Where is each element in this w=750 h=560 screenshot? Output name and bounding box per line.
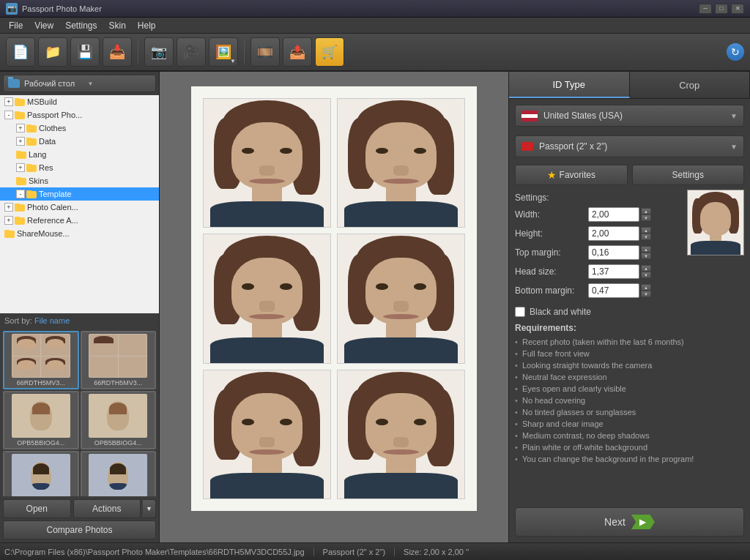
- head-size-label: Head size:: [515, 266, 588, 277]
- tree-expand-passport[interactable]: -: [4, 111, 13, 119]
- tree-expand-res[interactable]: +: [16, 163, 25, 172]
- passport-photo-4: [203, 370, 331, 499]
- tree-expand-data[interactable]: +: [16, 137, 25, 146]
- thumbnail-item-3[interactable]: OPB5BBIOG4...: [81, 391, 157, 449]
- actions-arrow-button[interactable]: ▼: [143, 499, 156, 518]
- tree-expand-msbuild[interactable]: +: [4, 97, 13, 106]
- camera-button[interactable]: 📷: [144, 37, 174, 67]
- tree-item-reference[interactable]: + Reference A...: [0, 214, 159, 227]
- folder-dropdown-arrow: ▼: [88, 81, 152, 87]
- tree-item-sharemouse[interactable]: ShareMouse...: [0, 227, 159, 240]
- requirements-title: Requirements:: [515, 323, 744, 333]
- tree-item-msbuild[interactable]: + MSBuild: [0, 95, 159, 108]
- tree-item-clothes[interactable]: + Clothes: [0, 122, 159, 135]
- tree-item-photocal[interactable]: + Photo Calen...: [0, 201, 159, 214]
- preview-background: [688, 190, 743, 255]
- thumbnail-item-0[interactable]: 66RDTH5MV3...: [3, 331, 79, 389]
- thumbnail-item-1[interactable]: 66RDTH5MV3...: [81, 331, 157, 389]
- tree-label-res: Res: [39, 163, 53, 172]
- bottom-margin-up[interactable]: ▲: [641, 284, 651, 291]
- width-down[interactable]: ▼: [641, 214, 651, 221]
- top-margin-row: Top margin: ▲ ▼: [515, 244, 675, 261]
- refresh-button[interactable]: ↻: [727, 43, 744, 61]
- tree-item-templates[interactable]: - Template: [0, 187, 159, 201]
- thumbnail-item-5[interactable]: PA36TOTT3N...: [81, 451, 157, 496]
- bottom-margin-input[interactable]: [588, 283, 639, 298]
- country-selector[interactable]: United States (USA) ▼: [515, 105, 744, 127]
- tree-expand-photocal[interactable]: +: [4, 203, 13, 212]
- thumbnail-label-2: OPB5BBIOG4...: [6, 439, 76, 447]
- tree-expand-reference[interactable]: +: [4, 216, 13, 225]
- tree-label-data: Data: [39, 137, 56, 146]
- tree-expand-templates[interactable]: -: [16, 190, 25, 198]
- req-item-0: Recent photo (taken within the last 6 mo…: [515, 336, 744, 348]
- tree-item-lang[interactable]: Lang: [0, 148, 159, 161]
- head-size-up[interactable]: ▲: [641, 265, 651, 272]
- height-up[interactable]: ▲: [641, 227, 651, 234]
- menu-help[interactable]: Help: [132, 19, 162, 32]
- tree-item-skins[interactable]: Skins: [0, 174, 159, 187]
- head-size-down[interactable]: ▼: [641, 272, 651, 278]
- width-up[interactable]: ▲: [641, 208, 651, 214]
- minimize-button[interactable]: ─: [699, 4, 712, 14]
- tree-item-passport[interactable]: - Passport Pho...: [0, 108, 159, 122]
- folder-dropdown[interactable]: Рабочий стол ▼: [3, 75, 156, 92]
- restore-button[interactable]: □: [715, 4, 728, 14]
- video-button[interactable]: 🎥: [177, 37, 206, 67]
- window-controls: ─ □ ✕: [699, 4, 744, 14]
- top-margin-up[interactable]: ▲: [641, 246, 651, 253]
- thumbnail-image-0: [12, 334, 70, 378]
- export-button[interactable]: 📤: [283, 37, 312, 67]
- requirements-list: Recent photo (taken within the last 6 mo…: [515, 336, 744, 465]
- close-button[interactable]: ✕: [731, 4, 744, 14]
- import-button[interactable]: 📥: [103, 37, 132, 67]
- menu-settings[interactable]: Settings: [59, 19, 103, 32]
- open-button[interactable]: Open: [3, 499, 71, 518]
- passport-photo-0: [203, 98, 331, 228]
- menu-skin[interactable]: Skin: [103, 19, 132, 32]
- save-button[interactable]: 💾: [70, 37, 100, 67]
- height-down[interactable]: ▼: [641, 234, 651, 240]
- folder-icon-templates: [26, 190, 37, 198]
- top-margin-input[interactable]: [588, 245, 639, 260]
- req-item-7: Sharp and clear image: [515, 418, 744, 430]
- next-button[interactable]: Next ▶: [515, 507, 744, 537]
- order-button[interactable]: 🛒: [315, 37, 344, 67]
- tree-label-msbuild: MSBuild: [27, 97, 57, 106]
- compare-photos-button[interactable]: Compare Photos: [3, 520, 156, 540]
- sort-link[interactable]: File name: [34, 316, 70, 325]
- height-input[interactable]: [588, 226, 639, 241]
- film-button[interactable]: 🎞️: [250, 37, 280, 67]
- tree-item-data[interactable]: + Data: [0, 135, 159, 148]
- tree-expand-clothes[interactable]: +: [16, 124, 25, 132]
- file-tree[interactable]: + MSBuild - Passport Pho... +: [0, 95, 159, 313]
- tab-id-type[interactable]: ID Type: [509, 72, 630, 98]
- head-size-input[interactable]: [588, 264, 639, 279]
- menu-view[interactable]: View: [29, 19, 59, 32]
- width-input[interactable]: [588, 207, 639, 222]
- open-button[interactable]: 📁: [38, 37, 67, 67]
- settings-button[interactable]: Settings: [632, 165, 745, 185]
- favorites-button[interactable]: ★ Favorites: [515, 165, 628, 185]
- height-spinner: ▲ ▼: [641, 227, 651, 240]
- top-margin-down[interactable]: ▼: [641, 253, 651, 259]
- tab-crop[interactable]: Crop: [630, 72, 751, 98]
- id-type-tabs: ID Type Crop: [509, 72, 750, 99]
- thumbnail-item-2[interactable]: OPB5BBIOG4...: [3, 391, 79, 449]
- bw-checkbox[interactable]: [515, 307, 525, 317]
- app-title: Passport Photo Maker: [22, 4, 699, 13]
- tree-item-res[interactable]: + Res: [0, 161, 159, 174]
- bottom-margin-down[interactable]: ▼: [641, 291, 651, 297]
- app-icon: 📷: [6, 3, 18, 15]
- thumbnails-grid: 66RDTH5MV3... 66RDTH5MV3...: [0, 328, 159, 496]
- width-label: Width:: [515, 209, 588, 220]
- toolbar-separator-1: [138, 40, 138, 64]
- edit-button[interactable]: 🖼️▼: [209, 37, 238, 67]
- passport-type-selector[interactable]: Passport (2" x 2") ▼: [515, 135, 744, 157]
- new-button[interactable]: 📄: [6, 37, 35, 67]
- actions-button[interactable]: Actions: [73, 499, 141, 518]
- thumbnail-item-4[interactable]: PA36TOTT3N...: [3, 451, 79, 496]
- menu-file[interactable]: File: [3, 19, 29, 32]
- tree-label-photocal: Photo Calen...: [27, 203, 78, 212]
- tree-label-lang: Lang: [29, 150, 46, 159]
